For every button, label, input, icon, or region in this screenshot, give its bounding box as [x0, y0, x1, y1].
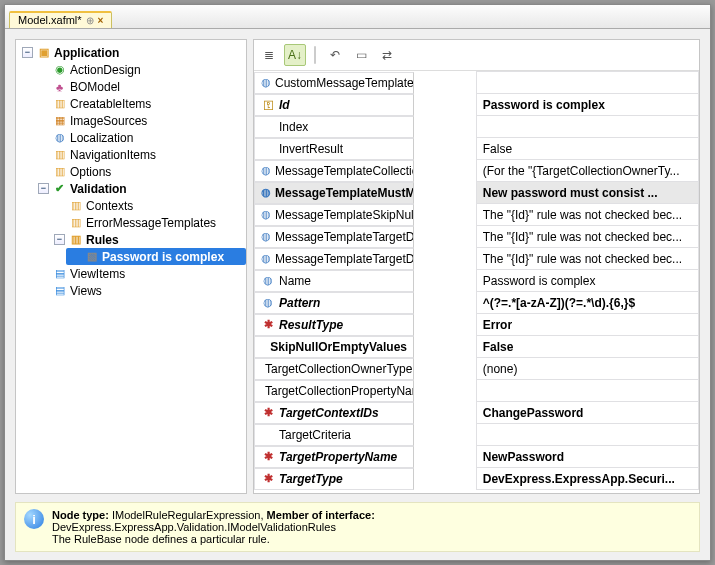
undo-button[interactable]: ↶	[324, 44, 346, 66]
tree-item-errormessagetemplates[interactable]: ▥ErrorMessageTemplates	[50, 214, 246, 231]
tree-label: Options	[70, 165, 111, 179]
categorize-button[interactable]: ≣	[258, 44, 280, 66]
property-row[interactable]: TargetCollectionOwnerType(none)	[254, 358, 699, 380]
property-row[interactable]: ✱TargetTypeDevExpress.ExpressApp.Securi.…	[254, 468, 699, 490]
property-value: Password is complex	[483, 98, 605, 112]
property-name: TargetCollectionPropertyName	[265, 384, 414, 398]
property-value-cell[interactable]: DevExpress.ExpressApp.Securi...	[476, 468, 698, 490]
property-name-cell[interactable]: ✱TargetType	[254, 468, 414, 490]
property-row[interactable]: ⚿IdPassword is complex	[254, 94, 699, 116]
property-value-cell[interactable]: New password must consist ...	[476, 182, 698, 204]
property-name-cell[interactable]: ◍MessageTemplateSkipNullOrEmptyValues	[254, 204, 414, 226]
property-value-cell[interactable]: The "{Id}" rule was not checked bec...	[476, 248, 698, 270]
tree-item-bomodel[interactable]: ♣BOModel	[34, 78, 246, 95]
property-name-cell[interactable]: ◍MessageTemplateMustMatchPattern	[254, 182, 414, 204]
tab-model-xafml[interactable]: Model.xafml* ⊕ ×	[9, 11, 112, 28]
property-row[interactable]: ◍NamePassword is complex	[254, 270, 699, 292]
alphabetical-button[interactable]: A↓	[284, 44, 306, 66]
property-row[interactable]: TargetCollectionPropertyName	[254, 380, 699, 402]
property-row[interactable]: ◍MessageTemplateTargetDoesNotSatisfyColl…	[254, 226, 699, 248]
tree-item-password is complex[interactable]: ▧Password is complex	[66, 248, 246, 265]
property-grid[interactable]: ◍CustomMessageTemplate⚿IdPassword is com…	[254, 71, 699, 493]
link-button[interactable]: ⇄	[376, 44, 398, 66]
tab-bar: Model.xafml* ⊕ ×	[5, 5, 710, 29]
collapse-icon[interactable]: −	[22, 47, 33, 58]
property-row[interactable]: ◍MessageTemplateCollectionValidation(For…	[254, 160, 699, 182]
toolbar-separator	[314, 46, 316, 64]
property-name-cell[interactable]: ✱TargetContextIDs	[254, 402, 414, 424]
property-name-cell[interactable]: ◍MessageTemplateCollectionValidation	[254, 160, 414, 182]
property-value-cell[interactable]: Password is complex	[476, 94, 698, 116]
property-name-cell[interactable]: ⚿Id	[254, 94, 414, 116]
property-value-cell[interactable]: (For the "{TargetCollectionOwnerTy...	[476, 160, 698, 182]
tree-item-navigationitems[interactable]: ▥NavigationItems	[34, 146, 246, 163]
property-value-cell[interactable]: Password is complex	[476, 270, 698, 292]
property-row[interactable]: ◍MessageTemplateSkipNullOrEmptyValuesThe…	[254, 204, 699, 226]
property-name-cell[interactable]: Index	[254, 116, 414, 138]
property-value-cell[interactable]: ^(?=.*[a-zA-Z])(?=.*\d).{6,}$	[476, 292, 698, 314]
tree-item-viewitems[interactable]: ▤ViewItems	[34, 265, 246, 282]
property-value-cell[interactable]: The "{Id}" rule was not checked bec...	[476, 204, 698, 226]
property-value-cell[interactable]: The "{Id}" rule was not checked bec...	[476, 226, 698, 248]
property-row[interactable]: SkipNullOrEmptyValuesFalse	[254, 336, 699, 358]
tree-item-localization[interactable]: ◍Localization	[34, 129, 246, 146]
property-row[interactable]: ◍Pattern^(?=.*[a-zA-Z])(?=.*\d).{6,}$	[254, 292, 699, 314]
property-name: Name	[279, 274, 311, 288]
property-row[interactable]: TargetCriteria	[254, 424, 699, 446]
property-name-cell[interactable]: TargetCollectionPropertyName	[254, 380, 414, 402]
property-value-cell[interactable]: False	[476, 138, 698, 160]
property-row[interactable]: Index	[254, 116, 699, 138]
property-row[interactable]: ◍MessageTemplateMustMatchPatternNew pass…	[254, 182, 699, 204]
tree-pane[interactable]: − ▣ Application ◉ActionDesign♣BOModel▥Cr…	[15, 39, 247, 494]
property-value-cell[interactable]: ChangePassword	[476, 402, 698, 424]
undo-icon: ↶	[330, 48, 340, 62]
property-name-cell[interactable]: ✱TargetPropertyName	[254, 446, 414, 468]
property-row[interactable]: ✱ResultTypeError	[254, 314, 699, 336]
property-name-cell[interactable]: InvertResult	[254, 138, 414, 160]
property-value-cell[interactable]	[476, 72, 698, 94]
tree-item-views[interactable]: ▤Views	[34, 282, 246, 299]
property-value-cell[interactable]	[476, 424, 698, 446]
tree-item-options[interactable]: ▥Options	[34, 163, 246, 180]
expand-icon[interactable]: −	[38, 183, 49, 194]
property-row[interactable]: InvertResultFalse	[254, 138, 699, 160]
property-row[interactable]: ◍CustomMessageTemplate	[254, 72, 699, 94]
tree-label: Localization	[70, 131, 133, 145]
property-name-cell[interactable]: TargetCriteria	[254, 424, 414, 446]
property-name: MessageTemplateSkipNullOrEmptyValues	[275, 208, 414, 222]
property-name: MessageTemplateMustMatchPattern	[275, 186, 414, 200]
property-name-cell[interactable]: ◍Name	[254, 270, 414, 292]
tree-label: Contexts	[86, 199, 133, 213]
property-value-cell[interactable]	[476, 116, 698, 138]
property-name-cell[interactable]: ◍CustomMessageTemplate	[254, 72, 414, 94]
tree-item-rules[interactable]: −▥Rules	[50, 231, 246, 248]
property-value-cell[interactable]	[476, 380, 698, 402]
close-icon[interactable]: ×	[98, 15, 104, 26]
property-value-cell[interactable]: (none)	[476, 358, 698, 380]
tree-item-actiondesign[interactable]: ◉ActionDesign	[34, 61, 246, 78]
property-name-cell[interactable]: TargetCollectionOwnerType	[254, 358, 414, 380]
property-name-cell[interactable]: ◍MessageTemplateTargetDoesNotSatisfyTarg…	[254, 248, 414, 270]
pin-icon[interactable]: ⊕	[86, 15, 94, 26]
tree-item-imagesources[interactable]: ▦ImageSources	[34, 112, 246, 129]
property-name-cell[interactable]: ◍MessageTemplateTargetDoesNotSatisfyColl…	[254, 226, 414, 248]
property-value-cell[interactable]: NewPassword	[476, 446, 698, 468]
property-row[interactable]: ◍MessageTemplateTargetDoesNotSatisfyTarg…	[254, 248, 699, 270]
property-name: Pattern	[279, 296, 320, 310]
property-name-cell[interactable]: SkipNullOrEmptyValues	[254, 336, 414, 358]
property-name-cell[interactable]: ◍Pattern	[254, 292, 414, 314]
property-value-cell[interactable]: False	[476, 336, 698, 358]
tree-label: CreatableItems	[70, 97, 151, 111]
tree-label: ViewItems	[70, 267, 125, 281]
property-pages-button[interactable]: ▭	[350, 44, 372, 66]
tree-root-application[interactable]: − ▣ Application	[18, 44, 246, 61]
property-name-cell[interactable]: ✱ResultType	[254, 314, 414, 336]
expand-icon[interactable]: −	[54, 234, 65, 245]
property-value-cell[interactable]: Error	[476, 314, 698, 336]
property-row[interactable]: ✱TargetPropertyNameNewPassword	[254, 446, 699, 468]
property-row[interactable]: ✱TargetContextIDsChangePassword	[254, 402, 699, 424]
tree-item-validation[interactable]: −✔Validation	[34, 180, 246, 197]
tree-item-creatableitems[interactable]: ▥CreatableItems	[34, 95, 246, 112]
tree-item-contexts[interactable]: ▥Contexts	[50, 197, 246, 214]
property-name: InvertResult	[279, 142, 343, 156]
